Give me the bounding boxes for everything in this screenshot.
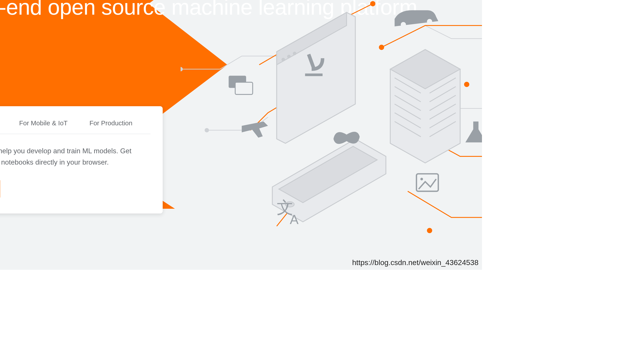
butterfly-icon xyxy=(333,132,360,144)
hero-illustration: 文A xyxy=(180,0,482,261)
tab-description: The core open source library to help you… xyxy=(0,146,136,168)
svg-rect-24 xyxy=(305,74,323,76)
svg-rect-43 xyxy=(235,82,253,94)
chat-icon xyxy=(229,76,253,94)
monitor-icon xyxy=(277,12,355,143)
svg-point-16 xyxy=(427,228,432,233)
building-icon xyxy=(390,50,460,163)
watermark-url: https://blog.csdn.net/weixin_43624538 xyxy=(352,258,479,267)
tab-content: The core open source library to help you… xyxy=(0,134,150,199)
svg-point-10 xyxy=(180,67,183,72)
svg-point-44 xyxy=(401,22,406,27)
svg-point-17 xyxy=(464,82,469,87)
svg-point-12 xyxy=(370,1,376,6)
svg-point-47 xyxy=(420,178,423,180)
svg-point-22 xyxy=(293,52,297,55)
product-card: TensorFlow For JavaScript For Mobile & I… xyxy=(0,106,163,214)
image-icon xyxy=(416,174,438,192)
flask-icon xyxy=(465,122,482,142)
svg-point-11 xyxy=(204,128,209,132)
svg-text:A: A xyxy=(290,212,299,227)
hero: An end-to-end open source machine learni… xyxy=(0,0,482,270)
svg-point-45 xyxy=(427,19,432,24)
tab-mobile-iot[interactable]: For Mobile & IoT xyxy=(19,119,68,134)
svg-point-20 xyxy=(281,58,285,62)
product-tabs: TensorFlow For JavaScript For Mobile & I… xyxy=(0,119,150,134)
svg-point-13 xyxy=(379,45,384,50)
svg-point-21 xyxy=(287,55,291,58)
plane-icon xyxy=(242,122,268,138)
tab-production[interactable]: For Production xyxy=(90,119,132,134)
car-icon xyxy=(395,10,439,27)
